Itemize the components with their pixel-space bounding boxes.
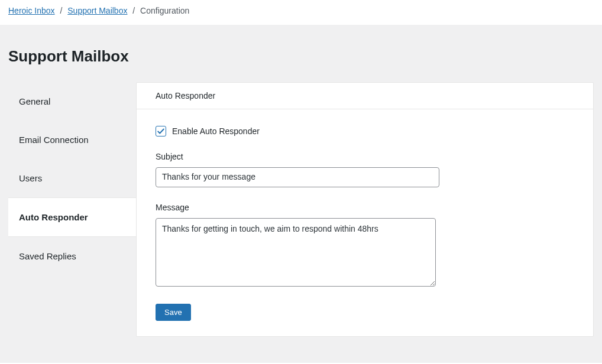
breadcrumb: Heroic Inbox / Support Mailbox / Configu… bbox=[0, 0, 602, 25]
sidebar-item-label: General bbox=[19, 96, 50, 106]
breadcrumb-link-support-mailbox[interactable]: Support Mailbox bbox=[67, 6, 127, 15]
panel-body: Enable Auto Responder Subject Message Th… bbox=[137, 109, 593, 336]
enable-auto-responder-label: Enable Auto Responder bbox=[172, 126, 260, 136]
sidebar-item-saved-replies[interactable]: Saved Replies bbox=[8, 237, 136, 275]
sidebar-item-users[interactable]: Users bbox=[8, 159, 136, 197]
sidebar-item-auto-responder[interactable]: Auto Responder bbox=[8, 197, 136, 237]
settings-sidebar: General Email Connection Users Auto Resp… bbox=[8, 82, 136, 275]
settings-layout: General Email Connection Users Auto Resp… bbox=[0, 82, 602, 337]
sidebar-item-label: Users bbox=[19, 173, 42, 183]
check-icon bbox=[157, 127, 165, 135]
breadcrumb-link-heroic-inbox[interactable]: Heroic Inbox bbox=[8, 6, 55, 15]
message-textarea[interactable]: Thanks for getting in touch, we aim to r… bbox=[156, 218, 436, 287]
page-title: Support Mailbox bbox=[0, 25, 602, 82]
subject-label: Subject bbox=[156, 152, 574, 161]
sidebar-item-general[interactable]: General bbox=[8, 82, 136, 121]
sidebar-item-label: Email Connection bbox=[19, 135, 89, 145]
content-area: Support Mailbox General Email Connection… bbox=[0, 25, 602, 363]
settings-panel: Auto Responder Enable Auto Responder Sub… bbox=[136, 82, 594, 337]
message-field-group: Message Thanks for getting in touch, we … bbox=[156, 203, 574, 288]
breadcrumb-separator: / bbox=[132, 6, 135, 15]
enable-auto-responder-checkbox[interactable] bbox=[156, 126, 166, 136]
message-label: Message bbox=[156, 203, 574, 212]
sidebar-item-label: Auto Responder bbox=[19, 212, 88, 222]
breadcrumb-separator: / bbox=[60, 6, 62, 15]
subject-input[interactable] bbox=[156, 167, 439, 187]
save-button[interactable]: Save bbox=[156, 304, 191, 321]
breadcrumb-current: Configuration bbox=[140, 6, 189, 15]
panel-header: Auto Responder bbox=[137, 83, 593, 109]
subject-field-group: Subject bbox=[156, 152, 574, 187]
enable-auto-responder-row: Enable Auto Responder bbox=[156, 126, 574, 136]
sidebar-item-email-connection[interactable]: Email Connection bbox=[8, 121, 136, 159]
sidebar-item-label: Saved Replies bbox=[19, 251, 76, 261]
